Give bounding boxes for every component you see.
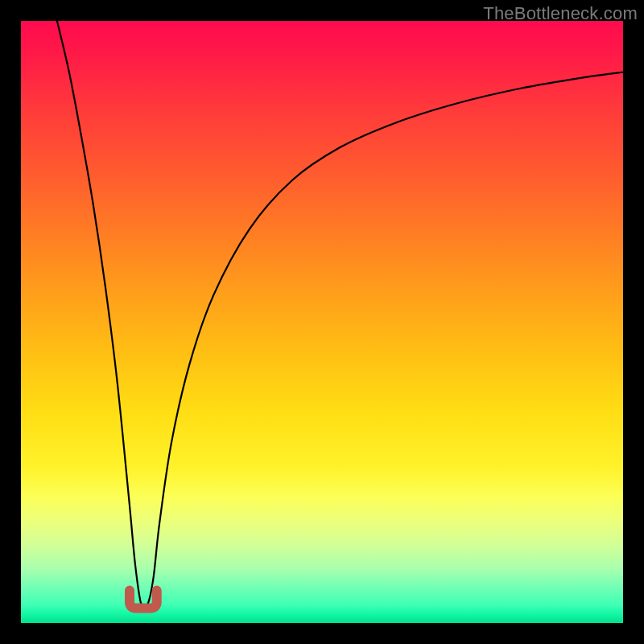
sweet-spot-marker: [21, 21, 623, 623]
chart-frame: [21, 21, 623, 623]
watermark-text: TheBottleneck.com: [483, 3, 638, 24]
